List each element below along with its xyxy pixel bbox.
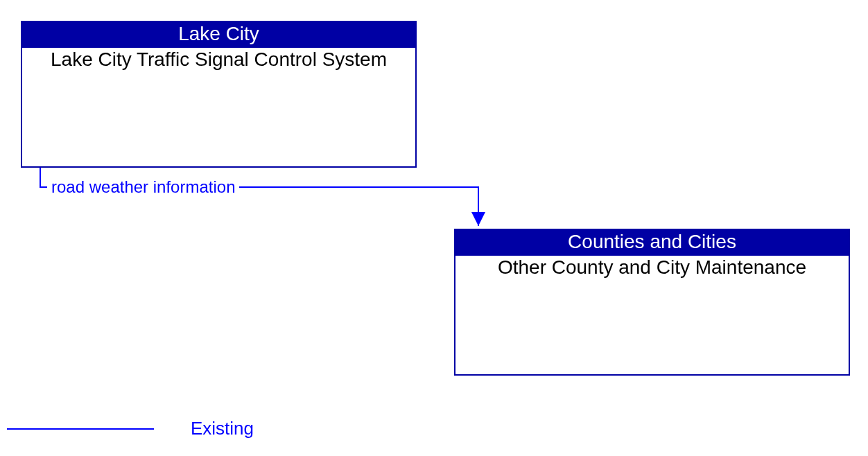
node-header: Counties and Cities xyxy=(455,230,849,256)
node-body: Lake City Traffic Signal Control System xyxy=(22,48,415,72)
node-lake-city-traffic-signal[interactable]: Lake City Lake City Traffic Signal Contr… xyxy=(21,21,417,168)
node-header: Lake City xyxy=(22,22,415,48)
legend-label-existing: Existing xyxy=(191,419,254,437)
flow-label-road-weather-information: road weather information xyxy=(47,179,239,195)
node-body: Other County and City Maintenance xyxy=(455,256,849,280)
legend-line-existing xyxy=(7,428,154,430)
diagram-canvas: Lake City Lake City Traffic Signal Contr… xyxy=(0,0,868,456)
node-other-county-city-maintenance[interactable]: Counties and Cities Other County and Cit… xyxy=(454,229,850,376)
